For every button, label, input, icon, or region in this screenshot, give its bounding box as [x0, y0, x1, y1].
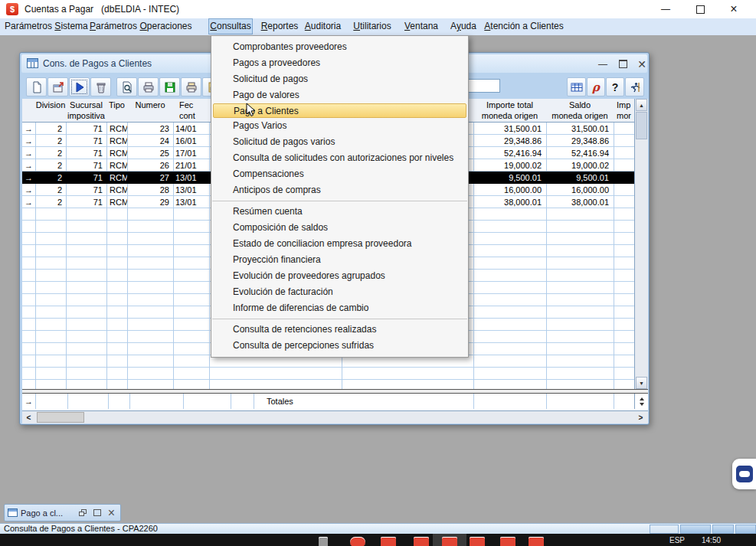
- spin-down-icon: [640, 403, 644, 406]
- scroll-left-button[interactable]: <: [22, 412, 35, 423]
- child-window-title: Cons. de Pagos a Clientes: [43, 54, 152, 73]
- taskbar-app-icon[interactable]: [442, 537, 457, 546]
- print-preview-button[interactable]: [116, 77, 137, 96]
- menu-item-pagos-a-proveedores[interactable]: Pagos a proveedores: [211, 55, 468, 71]
- minimized-window-pago-a-clientes[interactable]: Pago a cl... ×: [4, 504, 121, 521]
- menu-item-anticipos-de-compras[interactable]: Anticipos de compras: [211, 182, 468, 198]
- totals-spinner[interactable]: [634, 394, 648, 409]
- save-floppy-icon: [164, 81, 176, 93]
- menu-parametros[interactable]: Parámetros: [90, 18, 133, 34]
- delete-record-button[interactable]: [90, 77, 111, 96]
- menu-atencion-clientes[interactable]: Atención a Clientes: [483, 18, 565, 34]
- menu-auditoria[interactable]: Auditoria: [304, 18, 342, 34]
- child-maximize-button[interactable]: [614, 57, 631, 70]
- new-record-button[interactable]: [26, 77, 47, 96]
- close-button[interactable]: ×: [106, 507, 117, 518]
- print-button[interactable]: [138, 77, 159, 96]
- taskbar-app-icon[interactable]: [500, 537, 515, 546]
- child-maximize-icon: [619, 60, 627, 68]
- menu-consultas[interactable]: Consultas: [208, 18, 253, 34]
- consultas-dropdown-menu: Comprobantes proveedores Pagos a proveed…: [211, 35, 469, 358]
- table-icon: [571, 81, 583, 93]
- menu-item-informe-diferencias-cambio[interactable]: Informe de diferencias de cambio: [211, 300, 468, 316]
- menu-item-comprobantes-proveedores[interactable]: Comprobantes proveedores: [211, 39, 468, 55]
- taskbar-language[interactable]: ESP: [669, 536, 685, 544]
- menu-item-solicitud-de-pagos-varios[interactable]: Solicitud de pagos varios: [211, 134, 468, 150]
- exit-button[interactable]: [625, 77, 644, 96]
- taskbar-app-icon[interactable]: [350, 537, 365, 546]
- grid-view-button[interactable]: [567, 77, 586, 96]
- vertical-scrollbar[interactable]: ▲ ▼: [634, 99, 648, 390]
- export-print-button[interactable]: [181, 77, 201, 96]
- col-header-importe[interactable]: Importe totalmoneda origen: [473, 100, 546, 121]
- window-icon: [8, 508, 18, 517]
- menu-utilitarios[interactable]: Utilitarios: [349, 18, 395, 34]
- desktop-screen: $ Cuentas a Pagar (dbELDIA - INTEC) — × …: [0, 0, 756, 546]
- row-indicator-icon: [22, 184, 35, 196]
- menu-item-estado-conciliacion[interactable]: Estado de conciliacion empresa proveedor…: [211, 236, 468, 252]
- help-button[interactable]: ?: [606, 77, 624, 96]
- preview-icon: [121, 81, 133, 93]
- col-header-division[interactable]: Division: [35, 100, 66, 110]
- menu-item-pago-de-valores[interactable]: Pago de valores: [211, 87, 468, 103]
- status-segment: [735, 525, 756, 534]
- menu-item-composicion-de-saldos[interactable]: Composición de saldos: [211, 220, 468, 236]
- col-header-saldo[interactable]: Saldomoneda origen: [546, 100, 614, 121]
- menu-item-proyeccion-financiera[interactable]: Proyección financiera: [211, 252, 468, 268]
- spin-up-icon: [640, 397, 644, 401]
- menu-ventana[interactable]: Ventana: [401, 18, 441, 34]
- menu-item-compensaciones[interactable]: Compensaciones: [211, 166, 468, 182]
- run-query-button[interactable]: [69, 77, 90, 96]
- save-button[interactable]: [159, 77, 180, 96]
- menu-item-consulta-percepciones[interactable]: Consulta de percepciones sufridas: [211, 338, 468, 354]
- col-header-sucursal[interactable]: Sucursalimpositiva: [66, 100, 106, 121]
- exit-runner-icon: [629, 81, 641, 93]
- main-title-bar: $ Cuentas a Pagar (dbELDIA - INTEC) — ×: [0, 0, 756, 18]
- scroll-right-button[interactable]: >: [634, 412, 647, 423]
- col-header-fecha[interactable]: Feccont: [173, 100, 215, 121]
- menu-item-evolucion-proveedores[interactable]: Evolución de proveedores agrupados: [211, 268, 468, 284]
- child-close-button[interactable]: ✕: [633, 57, 650, 70]
- taskbar-app-icon[interactable]: [381, 537, 396, 546]
- remote-control-side-tab[interactable]: [732, 459, 756, 489]
- close-button[interactable]: ×: [725, 0, 742, 18]
- menu-reportes[interactable]: Reportes: [260, 18, 299, 34]
- vertical-scroll-thumb[interactable]: [636, 112, 647, 139]
- edit-record-button[interactable]: [47, 77, 68, 96]
- taskbar-app-icon[interactable]: [414, 537, 429, 546]
- row-indicator-icon: [22, 394, 35, 409]
- minimize-button[interactable]: —: [657, 0, 674, 18]
- menu-item-evolucion-facturacion[interactable]: Evolución de facturación: [211, 284, 468, 300]
- totals-row: Totales: [22, 394, 634, 409]
- menu-ayuda[interactable]: Ayuda: [448, 18, 479, 34]
- col-header-tipo[interactable]: Tipo: [106, 100, 127, 110]
- app-title: Cuentas a Pagar: [25, 4, 93, 15]
- menu-item-resumen-cuenta[interactable]: Resúmen cuenta: [211, 204, 468, 220]
- menu-parametros-sistema[interactable]: Parámetros Sistema: [5, 18, 83, 34]
- menu-item-consulta-solicitudes-autorizaciones[interactable]: Consulta de solicitudes con autorizacion…: [211, 150, 468, 166]
- col-header-numero[interactable]: Numero: [127, 100, 173, 110]
- printer-icon: [142, 81, 155, 93]
- scroll-down-button[interactable]: ▼: [636, 377, 647, 389]
- horizontal-scroll-thumb[interactable]: [37, 412, 84, 423]
- menu-operaciones[interactable]: Operaciones: [139, 18, 193, 34]
- scroll-up-button[interactable]: ▲: [636, 99, 647, 111]
- minimized-window-title: Pago a cl...: [21, 508, 74, 518]
- rho-filter-button[interactable]: ρ: [587, 77, 605, 96]
- child-minimize-button[interactable]: —: [594, 57, 611, 70]
- menu-item-consulta-retenciones[interactable]: Consulta de retenciones realizadas: [211, 322, 468, 338]
- taskbar-app-icon[interactable]: [529, 537, 544, 546]
- taskbar-app-icon[interactable]: [470, 537, 485, 546]
- row-indicator-icon: [22, 135, 35, 147]
- maximize-button[interactable]: [692, 0, 709, 18]
- question-mark-icon: ?: [612, 81, 619, 93]
- row-indicator-icon: [22, 123, 35, 135]
- mouse-cursor-icon: [246, 103, 256, 120]
- taskbar-clock[interactable]: 14:50: [702, 536, 721, 544]
- menu-item-solicitud-de-pagos[interactable]: Solicitud de pagos: [211, 71, 468, 87]
- maximize-button[interactable]: [91, 507, 103, 518]
- restore-button[interactable]: [77, 507, 88, 518]
- taskbar-app-icon[interactable]: [319, 537, 328, 546]
- horizontal-scrollbar[interactable]: < >: [22, 410, 648, 423]
- menu-item-pagos-varios[interactable]: Pagos Varios: [211, 118, 468, 134]
